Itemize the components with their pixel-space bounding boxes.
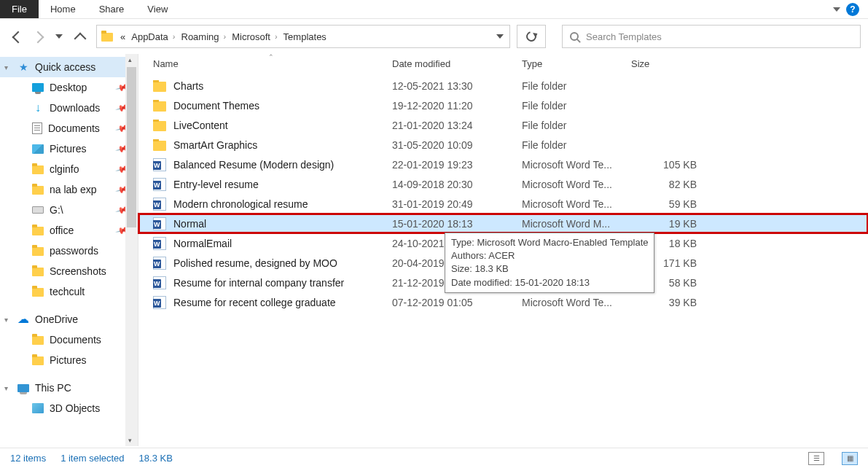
view-large-icons-button[interactable]: ▦ bbox=[842, 452, 858, 465]
sidebar-item[interactable]: Pictures bbox=[0, 350, 138, 370]
sidebar-item-label: Screenshots bbox=[50, 265, 106, 277]
sidebar-item[interactable]: G:\📌 bbox=[0, 200, 138, 220]
status-size: 18.3 KB bbox=[139, 453, 173, 464]
tooltip-type: Type: Microsoft Word Macro-Enabled Templ… bbox=[451, 236, 648, 249]
tooltip-size: Size: 18.3 KB bbox=[451, 262, 648, 276]
folder-icon bbox=[153, 121, 166, 131]
sidebar-item[interactable]: techcult bbox=[0, 281, 138, 302]
sidebar-item[interactable]: Documents bbox=[0, 329, 138, 350]
up-button[interactable] bbox=[74, 31, 85, 42]
sidebar-scrollbar[interactable]: ▴ ▾ bbox=[125, 54, 138, 446]
breadcrumb-prefix[interactable]: « bbox=[117, 31, 128, 42]
ribbon-tab-file[interactable]: File bbox=[0, 0, 39, 18]
search-box[interactable]: Search Templates bbox=[562, 25, 861, 48]
sidebar-item[interactable]: clginfo📌 bbox=[0, 159, 138, 179]
ribbon-tab-home[interactable]: Home bbox=[39, 0, 87, 18]
sidebar-item-label: G:\ bbox=[50, 204, 63, 216]
help-icon[interactable]: ? bbox=[846, 3, 859, 16]
folder-icon bbox=[153, 141, 166, 151]
sidebar-item-label: Pictures bbox=[50, 354, 87, 366]
sidebar-item[interactable]: Screenshots bbox=[0, 261, 138, 281]
file-date: 14-09-2018 20:30 bbox=[392, 179, 522, 190]
file-row[interactable]: Charts 12-05-2021 13:30 File folder bbox=[138, 76, 868, 95]
chevron-down-icon[interactable]: ▾ bbox=[4, 316, 8, 324]
sidebar-item[interactable]: Pictures📌 bbox=[0, 139, 138, 159]
file-row[interactable]: SmartArt Graphics 31-05-2020 10:09 File … bbox=[138, 135, 868, 155]
sidebar-item[interactable]: passwords bbox=[0, 241, 138, 261]
file-row[interactable]: LiveContent 21-01-2020 13:24 File folder bbox=[138, 115, 868, 135]
sidebar-thispc-label: This PC bbox=[35, 382, 71, 394]
chevron-down-icon[interactable]: ▾ bbox=[4, 384, 8, 392]
sidebar-item[interactable]: office📌 bbox=[0, 220, 138, 241]
obj3d-icon bbox=[32, 403, 44, 413]
status-selected: 1 item selected bbox=[60, 453, 124, 464]
file-name: Modern chronological resume bbox=[173, 198, 308, 210]
breadcrumb-roaming[interactable]: Roaming › bbox=[179, 31, 230, 42]
star-icon: ★ bbox=[17, 61, 29, 73]
word-icon bbox=[153, 217, 166, 230]
file-list-pane: ⌃ Name Date modified Type Size Charts 12… bbox=[138, 54, 868, 446]
ribbon-tab-share[interactable]: Share bbox=[87, 0, 136, 18]
column-type[interactable]: Type bbox=[522, 58, 631, 69]
back-button[interactable] bbox=[12, 31, 22, 42]
file-type: Microsoft Word Te... bbox=[522, 179, 631, 190]
folder-icon bbox=[153, 101, 166, 112]
address-dropdown-icon[interactable] bbox=[489, 26, 509, 47]
sidebar-item[interactable]: 3D Objects bbox=[0, 398, 138, 418]
folder-icon bbox=[32, 268, 44, 276]
chevron-down-icon[interactable]: ▾ bbox=[4, 63, 8, 71]
sort-indicator-icon: ⌃ bbox=[268, 53, 274, 61]
address-folder-icon bbox=[101, 33, 113, 42]
breadcrumb-templates[interactable]: Templates bbox=[281, 31, 329, 42]
folder-icon bbox=[153, 82, 166, 92]
address-bar[interactable]: « AppData › Roaming › Microsoft › Templa… bbox=[96, 25, 510, 48]
sidebar-item[interactable]: na lab exp📌 bbox=[0, 179, 138, 200]
file-row[interactable]: Resume for recent college graduate 07-12… bbox=[138, 292, 868, 312]
file-type: Microsoft Word Te... bbox=[522, 297, 631, 308]
file-row[interactable]: Balanced Resume (Modern design) 22-01-20… bbox=[138, 155, 868, 174]
file-date: 12-05-2021 13:30 bbox=[392, 80, 522, 92]
sidebar-item-label: na lab exp bbox=[50, 184, 97, 195]
status-bar: 12 items 1 item selected 18.3 KB ☰ ▦ bbox=[0, 448, 868, 468]
file-row[interactable]: Normal 15-01-2020 18:13 Microsoft Word M… bbox=[138, 214, 868, 233]
drive-icon bbox=[32, 206, 44, 214]
ribbon-tabs: File Home Share View ? bbox=[0, 0, 868, 19]
nav-pane: ▾ ★ Quick access Desktop📌Downloads📌Docum… bbox=[0, 54, 138, 446]
word-icon bbox=[153, 198, 166, 211]
folder-icon bbox=[32, 227, 44, 235]
sidebar-item-label: Desktop bbox=[50, 82, 87, 93]
sidebar-quick-access[interactable]: ▾ ★ Quick access bbox=[0, 57, 138, 77]
sidebar-item-label: passwords bbox=[50, 245, 98, 257]
sidebar-onedrive[interactable]: ▾ OneDrive bbox=[0, 309, 138, 329]
file-name: Balanced Resume (Modern design) bbox=[173, 159, 334, 171]
view-details-button[interactable]: ☰ bbox=[808, 452, 824, 465]
column-date[interactable]: Date modified bbox=[392, 58, 522, 69]
refresh-icon bbox=[524, 29, 538, 43]
ribbon-expand-icon[interactable] bbox=[833, 7, 840, 12]
file-name: Normal bbox=[173, 218, 206, 230]
scroll-up-arrow-icon[interactable]: ▴ bbox=[128, 56, 132, 63]
file-size: 39 KB bbox=[631, 297, 704, 308]
sidebar-this-pc[interactable]: ▾ This PC bbox=[0, 378, 138, 398]
sidebar-item[interactable]: Documents📌 bbox=[0, 118, 138, 139]
file-type: File folder bbox=[522, 80, 631, 92]
file-row[interactable]: Entry-level resume 14-09-2018 20:30 Micr… bbox=[138, 174, 868, 194]
file-row[interactable]: Modern chronological resume 31-01-2019 2… bbox=[138, 194, 868, 214]
ribbon-tab-view[interactable]: View bbox=[136, 0, 179, 18]
column-size[interactable]: Size bbox=[631, 58, 704, 69]
forward-button[interactable] bbox=[34, 31, 44, 42]
refresh-button[interactable] bbox=[517, 25, 546, 48]
sidebar-item[interactable]: Downloads📌 bbox=[0, 98, 138, 118]
scroll-thumb[interactable] bbox=[127, 67, 136, 227]
file-date: 19-12-2020 11:20 bbox=[392, 100, 522, 112]
search-placeholder: Search Templates bbox=[586, 31, 662, 42]
file-type: Microsoft Word Te... bbox=[522, 159, 631, 171]
history-dropdown-icon[interactable] bbox=[55, 34, 63, 39]
status-item-count: 12 items bbox=[10, 453, 46, 464]
file-row[interactable]: Document Themes 19-12-2020 11:20 File fo… bbox=[138, 95, 868, 115]
sidebar-quick-access-label: Quick access bbox=[35, 61, 95, 73]
breadcrumb-appdata[interactable]: AppData › bbox=[128, 31, 178, 42]
scroll-down-arrow-icon[interactable]: ▾ bbox=[128, 437, 132, 444]
sidebar-item[interactable]: Desktop📌 bbox=[0, 77, 138, 98]
breadcrumb-microsoft[interactable]: Microsoft › bbox=[229, 31, 280, 42]
